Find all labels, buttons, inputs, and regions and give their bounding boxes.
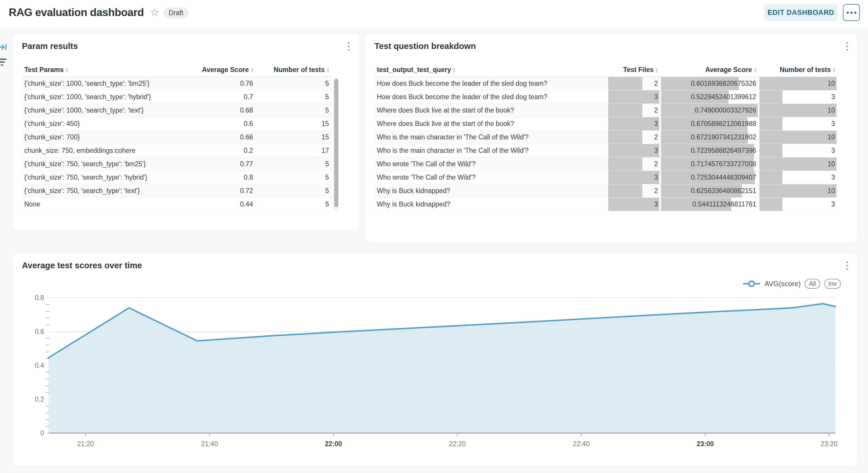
ellipsis-icon (847, 12, 849, 14)
column-header[interactable]: Number of tests▴▾ (255, 66, 331, 74)
table-cell: chunk_size: 750, embeddings:cohere (22, 144, 197, 157)
top-bar: RAG evaluation dashboard ☆ Draft EDIT DA… (0, 0, 868, 28)
table-cell: 3 (608, 144, 660, 157)
column-header[interactable]: test_output_test_query▴▾ (374, 66, 608, 74)
cell-value: 0.76 (240, 79, 253, 88)
table-cell: 10 (758, 131, 837, 144)
cell-value: 3 (654, 93, 658, 101)
cell-value: {'chunk_size': 750, 'search_type': 'bm25… (24, 160, 146, 168)
column-header[interactable]: Test Params▴▾ (22, 66, 197, 74)
cell-value: 2 (654, 106, 658, 114)
table-row[interactable]: {'chunk_size': 750, 'search_type': 'hybr… (22, 171, 331, 184)
cell-value: 3 (831, 173, 835, 181)
table-cell: 10 (758, 77, 837, 90)
cell-value: 10 (828, 79, 835, 88)
table-cell: Who wrote 'The Call of the Wild'? (374, 158, 608, 171)
table-row[interactable]: {'chunk_size': 700}0.6615 (22, 131, 331, 144)
cell-value: 10 (828, 106, 835, 114)
table-cell: 10 (758, 104, 837, 117)
minibar (608, 198, 659, 211)
scrollbar-thumb[interactable] (334, 79, 338, 207)
minibar (760, 171, 782, 184)
table-cell: 3 (608, 117, 660, 130)
table-row[interactable]: Where does Buck live at the start of the… (374, 117, 837, 131)
table-cell: 17 (255, 144, 331, 157)
more-options-button[interactable] (843, 4, 860, 21)
table-cell: 2 (608, 158, 660, 171)
table-row[interactable]: {'chunk_size': 1000, 'search_type': 'bm2… (22, 77, 331, 91)
table-cell: Why is Buck kidnapped? (374, 198, 608, 211)
table-row[interactable]: Who wrote 'The Call of the Wild'?20.7174… (374, 158, 837, 171)
table-cell: 5 (255, 171, 331, 184)
minibar (608, 158, 642, 171)
card-question-breakdown: Test question breakdown test_output_test… (365, 34, 858, 243)
table-row[interactable]: {'chunk_size': 1000, 'search_type': 'tex… (22, 104, 331, 117)
table-cell: 5 (255, 158, 331, 171)
table-row[interactable]: Who is the main character in 'The Call o… (374, 131, 837, 144)
table-row[interactable]: chunk_size: 750, embeddings:cohere0.217 (22, 144, 331, 158)
minibar (608, 104, 642, 117)
table-scrollbar[interactable] (334, 77, 339, 211)
chart-area (49, 304, 835, 433)
cell-value: 3 (831, 200, 835, 208)
card-param-results: Param results Test Params▴▾Average Score… (12, 34, 359, 231)
table-cell: {'chunk_size': 1000, 'search_type': 'hyb… (22, 91, 197, 104)
table-cell: 0.44 (197, 198, 255, 211)
svg-text:0.8: 0.8 (35, 294, 44, 302)
svg-text:21:40: 21:40 (201, 440, 218, 448)
table-cell: 2 (608, 104, 660, 117)
table-cell: 3 (608, 171, 660, 184)
table-row[interactable]: Where does Buck live at the start of the… (374, 104, 837, 117)
column-header[interactable]: Number of tests▴▾ (758, 66, 837, 74)
table-row[interactable]: How does Buck become the leader of the s… (374, 77, 837, 91)
cell-value: 0.7 (244, 93, 253, 101)
table-row[interactable]: None0.445 (22, 198, 331, 211)
table-cell: 5 (255, 198, 331, 211)
table-cell: Where does Buck live at the start of the… (374, 104, 608, 117)
cell-value: 0.5229452401399612 (691, 93, 756, 101)
edit-dashboard-button[interactable]: EDIT DASHBOARD (764, 4, 838, 21)
filter-icon[interactable] (0, 58, 7, 68)
card-menu-icon[interactable] (347, 41, 351, 52)
table-row[interactable]: Who is the main character in 'The Call o… (374, 144, 837, 158)
table-row[interactable]: {'chunk_size': 750, 'search_type': 'bm25… (22, 158, 331, 171)
minibar (608, 91, 659, 104)
svg-text:21:20: 21:20 (78, 440, 94, 448)
table-row[interactable]: {'chunk_size': 1000, 'search_type': 'hyb… (22, 91, 331, 104)
minibar (760, 131, 836, 144)
table-cell: 0.6258336480862151 (660, 184, 758, 197)
column-header[interactable]: Test Files▴▾ (608, 66, 660, 74)
x-axis-labels: 21:2021:4022:0022:2022:4023:0023:20 (78, 433, 838, 448)
table-row[interactable]: Who wrote 'The Call of the Wild'?30.7253… (374, 171, 837, 184)
table-row[interactable]: Why is Buck kidnapped?20.625833648086215… (374, 184, 837, 198)
cell-value: 5 (325, 79, 329, 88)
table-row[interactable]: Why is Buck kidnapped?30.544111324681176… (374, 198, 837, 211)
table-cell: Who is the main character in 'The Call o… (374, 144, 608, 157)
cell-value: 0.5441113246811761 (692, 200, 756, 208)
star-outline-icon[interactable]: ☆ (150, 7, 159, 18)
cell-value: 15 (321, 120, 329, 128)
cell-value: 0.72 (240, 187, 253, 195)
card-menu-icon[interactable] (845, 41, 849, 52)
cell-value: 10 (828, 133, 835, 141)
minibar (608, 117, 659, 130)
cell-value: Who is the main character in 'The Call o… (377, 147, 529, 155)
table-cell: 0.7174576733727008 (660, 158, 758, 171)
column-header[interactable]: Average Score▴▾ (660, 66, 758, 74)
minibar (608, 184, 642, 197)
cell-value: 0.6 (244, 120, 253, 128)
table-cell: 3 (608, 91, 660, 104)
svg-text:23:00: 23:00 (697, 440, 714, 448)
sort-icon: ▴▾ (833, 67, 835, 73)
expand-sidebar-icon[interactable] (0, 43, 7, 53)
table-cell: 3 (758, 144, 837, 157)
table-row[interactable]: {'chunk_size': 450}0.615 (22, 117, 331, 131)
table-cell: {'chunk_size': 750, 'search_type': 'text… (22, 184, 197, 197)
column-header[interactable]: Average Score▴▾ (197, 66, 255, 74)
table-row[interactable]: {'chunk_size': 750, 'search_type': 'text… (22, 184, 331, 198)
table-row[interactable]: How does Buck become the leader of the s… (374, 91, 837, 104)
table-cell: 0.5441113246811761 (660, 198, 758, 211)
table-cell: 5 (255, 184, 331, 197)
cell-value: Why is Buck kidnapped? (377, 200, 451, 208)
table-cell: Why is Buck kidnapped? (374, 184, 608, 197)
